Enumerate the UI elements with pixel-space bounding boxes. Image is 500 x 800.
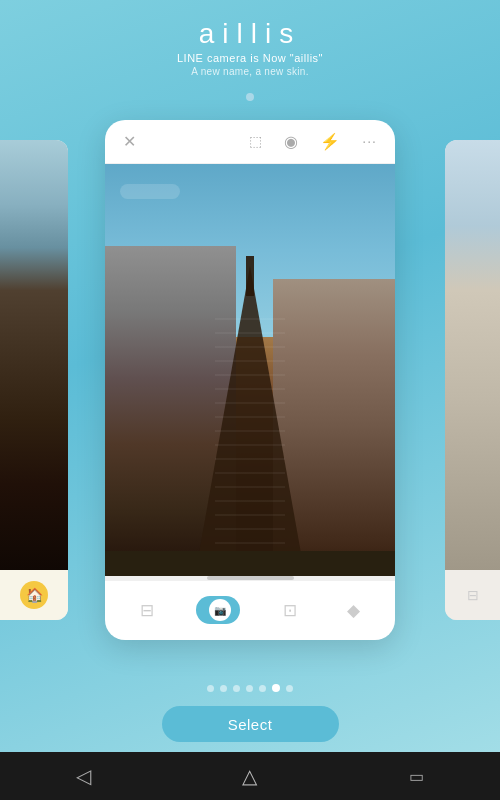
bottom-area: Select bbox=[0, 674, 500, 752]
main-card-toolbar: ✕ ⬚ ◉ ⚡ ··· bbox=[105, 120, 395, 164]
left-card[interactable]: 🏠 bbox=[0, 140, 68, 620]
pagination-dots bbox=[207, 684, 293, 692]
frame-icon[interactable]: ⬚ bbox=[245, 129, 266, 153]
flip-icon[interactable]: ⊡ bbox=[275, 596, 305, 625]
main-card-footer: ⊟ 📷 ⊡ ◆ bbox=[105, 580, 395, 640]
left-card-badge: 🏠 bbox=[20, 581, 48, 609]
more-icon[interactable]: ··· bbox=[358, 129, 381, 153]
right-card[interactable]: ⊟ bbox=[445, 140, 500, 620]
filter-icon[interactable]: ◆ bbox=[339, 596, 368, 625]
select-button-label: Select bbox=[228, 716, 273, 733]
left-card-bottom: 🏠 bbox=[0, 570, 68, 620]
select-button[interactable]: Select bbox=[162, 706, 339, 742]
camera-inner-icon: 📷 bbox=[214, 605, 226, 616]
pagination-dot-2[interactable] bbox=[233, 685, 240, 692]
scroll-indicator bbox=[105, 576, 395, 580]
main-photo bbox=[105, 164, 395, 576]
right-card-image bbox=[445, 140, 500, 570]
gallery-icon[interactable]: ⊟ bbox=[132, 596, 162, 625]
recents-button[interactable]: ▭ bbox=[409, 767, 424, 786]
home-button[interactable]: △ bbox=[242, 764, 257, 788]
camera-btn-inner: 📷 bbox=[209, 599, 231, 621]
camera-mode-icon[interactable]: ◉ bbox=[280, 128, 302, 155]
app-header: aillis LINE camera is Now "aillis" A new… bbox=[177, 0, 323, 77]
main-card: ✕ ⬚ ◉ ⚡ ··· bbox=[105, 120, 395, 640]
pagination-dot-3[interactable] bbox=[246, 685, 253, 692]
pagination-dot-4[interactable] bbox=[259, 685, 266, 692]
shutter-button[interactable]: 📷 bbox=[196, 596, 240, 624]
pagination-dot-5[interactable] bbox=[272, 684, 280, 692]
left-card-image bbox=[0, 140, 68, 570]
flash-icon[interactable]: ⚡ bbox=[316, 128, 344, 155]
app-subtitle2: A new name, a new skin. bbox=[177, 66, 323, 77]
pagination-dot-6[interactable] bbox=[286, 685, 293, 692]
close-icon[interactable]: ✕ bbox=[119, 128, 140, 155]
android-nav-bar: ◁ △ ▭ bbox=[0, 752, 500, 800]
toolbar-icons-group: ⬚ ◉ ⚡ ··· bbox=[245, 128, 381, 155]
pagination-dot-0[interactable] bbox=[207, 685, 214, 692]
app-subtitle1: LINE camera is Now "aillis" bbox=[177, 52, 323, 64]
carousel-container: 🏠 ✕ ⬚ ◉ ⚡ ··· bbox=[0, 85, 500, 674]
right-card-bottom: ⊟ bbox=[445, 570, 500, 620]
carousel-inner: 🏠 ✕ ⬚ ◉ ⚡ ··· bbox=[0, 85, 500, 674]
back-button[interactable]: ◁ bbox=[76, 764, 91, 788]
pagination-dot-1[interactable] bbox=[220, 685, 227, 692]
app-title: aillis bbox=[177, 18, 323, 50]
right-card-icon: ⊟ bbox=[467, 587, 479, 603]
